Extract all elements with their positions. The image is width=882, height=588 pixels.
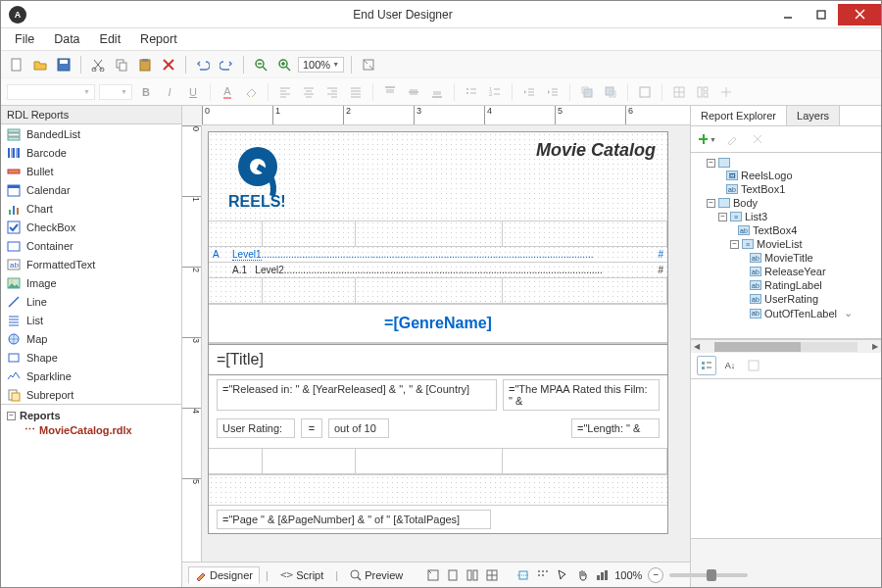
zoom-out-icon[interactable] xyxy=(251,55,270,74)
rdl-list[interactable]: List xyxy=(1,311,181,329)
alphabetical-icon[interactable]: A↓ xyxy=(720,356,740,375)
font-color-icon[interactable]: A xyxy=(218,82,237,102)
node-movietitle[interactable]: abMovieTitle xyxy=(695,251,877,265)
rdl-map[interactable]: Map xyxy=(1,329,181,348)
snap-grid-toggle-icon[interactable] xyxy=(536,565,550,585)
maximize-button[interactable] xyxy=(805,4,838,25)
menu-edit[interactable]: Edit xyxy=(92,30,129,48)
rdl-bullet[interactable]: Bullet xyxy=(1,162,181,180)
canvas[interactable]: REELS! Movie Catalog A Level1...........… xyxy=(202,125,690,562)
open-icon[interactable] xyxy=(30,55,50,74)
snap-lines-icon[interactable] xyxy=(516,565,530,585)
length-textbox[interactable]: ="Length: " & xyxy=(571,418,660,438)
rdl-chart[interactable]: Chart xyxy=(1,199,181,218)
properties-grid[interactable] xyxy=(691,379,881,538)
delete-icon[interactable] xyxy=(159,55,178,74)
zoom-in-icon[interactable] xyxy=(274,55,294,74)
node-ratinglabel[interactable]: abRatingLabel xyxy=(695,278,877,292)
node-textbox1[interactable]: abTextBox1 xyxy=(695,182,877,196)
chevron-down-icon[interactable]: ⌄ xyxy=(844,307,853,319)
align-right-icon[interactable] xyxy=(322,82,342,102)
copy-icon[interactable] xyxy=(112,55,131,74)
genre-textbox[interactable]: =[GenreName] xyxy=(209,305,667,342)
indent-dec-icon[interactable] xyxy=(519,82,539,102)
tab-layers[interactable]: Layers xyxy=(787,106,840,125)
node-textbox4[interactable]: abTextBox4 xyxy=(695,223,877,237)
rdl-barcode[interactable]: Barcode xyxy=(1,143,181,162)
report-page[interactable]: REELS! Movie Catalog A Level1...........… xyxy=(208,131,668,534)
collapse-icon[interactable]: − xyxy=(7,412,16,420)
view-single-icon[interactable] xyxy=(446,565,460,585)
menu-data[interactable]: Data xyxy=(46,30,87,48)
rdl-container[interactable]: Container xyxy=(1,236,181,255)
node-outoftenlabel[interactable]: abOutOfTenLabel⌄ xyxy=(695,306,877,320)
select-mode-icon[interactable] xyxy=(556,565,569,585)
rating-label-textbox[interactable]: User Rating: xyxy=(217,418,295,438)
title-textbox[interactable]: =[Title] xyxy=(209,344,667,375)
menu-file[interactable]: File xyxy=(7,30,42,48)
borders-icon[interactable] xyxy=(635,82,655,102)
toc-level2[interactable]: A.1 Level2..............................… xyxy=(209,262,667,277)
cut-icon[interactable] xyxy=(88,55,108,74)
rdl-sparkline[interactable]: Sparkline xyxy=(1,367,181,385)
fill-color-icon[interactable] xyxy=(241,82,261,102)
indent-inc-icon[interactable] xyxy=(543,82,563,102)
valign-bottom-icon[interactable] xyxy=(427,82,447,102)
tab-designer[interactable]: Designer xyxy=(188,566,260,584)
rdl-bandedlist[interactable]: BandedList xyxy=(1,124,181,143)
pan-mode-icon[interactable] xyxy=(575,565,589,585)
tab-script[interactable]: <>Script xyxy=(274,566,329,583)
bullets-icon[interactable] xyxy=(462,82,481,102)
delete-node-icon[interactable] xyxy=(748,129,767,149)
reels-logo[interactable]: REELS! xyxy=(209,132,366,220)
font-size-dropdown[interactable]: ▼ xyxy=(99,84,132,100)
node-list3[interactable]: −≡List3 xyxy=(695,210,877,223)
expand-icon[interactable] xyxy=(359,55,378,74)
reports-root[interactable]: −Reports xyxy=(7,409,175,422)
zoom-minus-button[interactable]: − xyxy=(648,567,663,583)
send-back-icon[interactable] xyxy=(601,82,620,102)
numbering-icon[interactable]: 12 xyxy=(485,82,505,102)
node-body[interactable]: −Body xyxy=(695,196,877,210)
italic-icon[interactable]: I xyxy=(160,82,179,102)
rdl-line[interactable]: Line xyxy=(1,292,181,311)
view-multi-icon[interactable] xyxy=(466,565,479,585)
bring-front-icon[interactable] xyxy=(577,82,597,102)
align-justify-icon[interactable] xyxy=(346,82,366,102)
add-node-icon[interactable]: ▼ xyxy=(697,129,716,149)
menu-report[interactable]: Report xyxy=(132,30,185,48)
rdl-formattedtext[interactable]: abFormattedText xyxy=(1,255,181,273)
categorized-icon[interactable] xyxy=(697,356,716,375)
released-textbox[interactable]: ="Released in: " & [YearReleased] & ", "… xyxy=(217,379,497,411)
valign-middle-icon[interactable] xyxy=(404,82,423,102)
explorer-hscroll[interactable]: ◀▶ xyxy=(691,339,881,353)
rdl-checkbox[interactable]: CheckBox xyxy=(1,218,181,236)
property-pages-icon[interactable] xyxy=(744,356,763,375)
node-releaseyear[interactable]: abReleaseYear xyxy=(695,265,877,278)
layout-icon[interactable] xyxy=(693,82,712,102)
tab-report-explorer[interactable]: Report Explorer xyxy=(691,106,787,125)
out-of-ten-textbox[interactable]: out of 10 xyxy=(328,418,389,438)
redo-icon[interactable] xyxy=(217,55,236,74)
catalog-title[interactable]: Movie Catalog xyxy=(366,132,667,220)
page-footer-textbox[interactable]: ="Page " & [&PageNumber] & " of " [&Tota… xyxy=(217,510,491,529)
save-icon[interactable] xyxy=(54,55,74,74)
rdl-shape[interactable]: Shape xyxy=(1,348,181,367)
zoom-dropdown[interactable]: 100%▼ xyxy=(298,57,344,73)
font-family-dropdown[interactable]: ▼ xyxy=(7,84,95,100)
zoom-slider[interactable] xyxy=(669,573,748,577)
align-center-icon[interactable] xyxy=(299,82,318,102)
view-grid-icon[interactable] xyxy=(426,565,440,585)
size-icon[interactable] xyxy=(716,82,736,102)
rdl-image[interactable]: Image xyxy=(1,273,181,292)
mpaa-textbox[interactable]: ="The MPAA Rated this Film: " & xyxy=(503,379,660,411)
close-button[interactable] xyxy=(838,4,881,25)
report-file-item[interactable]: ⋯MovieCatalog.rdlx xyxy=(7,422,175,437)
align-left-icon[interactable] xyxy=(275,82,295,102)
node-reelslogo[interactable]: 🖼ReelsLogo xyxy=(695,169,877,182)
tab-preview[interactable]: Preview xyxy=(344,567,409,583)
node-movielist[interactable]: −≡MovieList xyxy=(695,237,877,251)
minimize-button[interactable] xyxy=(771,4,805,25)
view-table-icon[interactable] xyxy=(485,565,499,585)
node-userrating[interactable]: abUserRating xyxy=(695,292,877,306)
